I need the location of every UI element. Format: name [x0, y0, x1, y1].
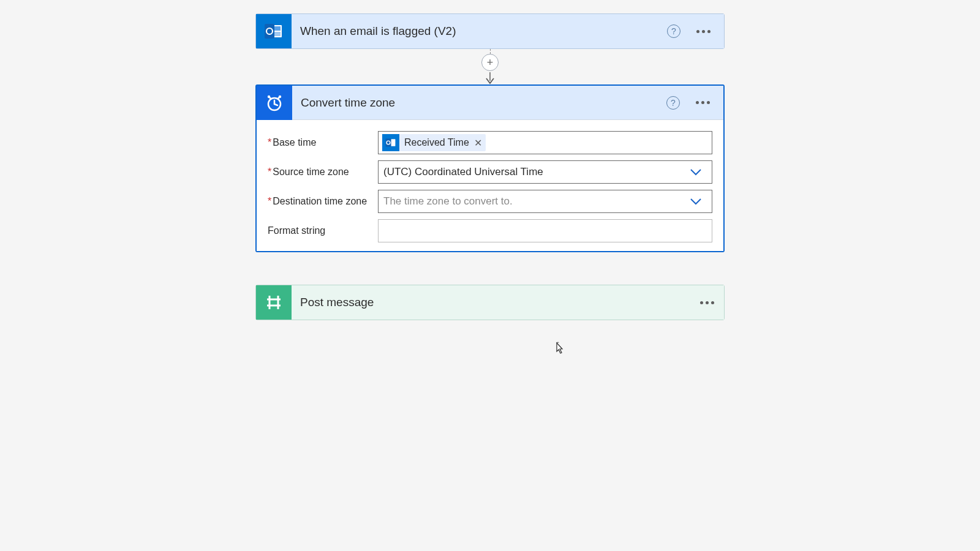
- base-time-input[interactable]: Received Time ✕: [378, 131, 712, 154]
- more-icon[interactable]: [694, 28, 713, 36]
- svg-point-10: [279, 95, 281, 97]
- more-icon[interactable]: [698, 299, 717, 307]
- chevron-down-icon[interactable]: [685, 198, 707, 205]
- format-label: Format string: [268, 219, 378, 236]
- slack-header[interactable]: Post message: [256, 285, 724, 320]
- dynamic-token[interactable]: Received Time ✕: [382, 134, 486, 151]
- svg-point-9: [268, 95, 270, 97]
- trigger-card[interactable]: When an email is flagged (V2) ?: [255, 13, 725, 49]
- outlook-icon: [256, 14, 292, 48]
- slack-title: Post message: [292, 296, 698, 309]
- trigger-title: When an email is flagged (V2): [292, 24, 667, 38]
- action-header[interactable]: Convert time zone ?: [257, 86, 723, 120]
- format-select[interactable]: [378, 219, 712, 242]
- field-source-tz: *Source time zone (UTC) Coordinated Univ…: [268, 160, 712, 184]
- arrow-down-icon: [484, 72, 496, 84]
- field-base-time: *Base time Received Time: [268, 131, 712, 154]
- action-body: *Base time Received Time: [257, 120, 723, 251]
- field-dest-tz: *Destination time zone The time zone to …: [268, 190, 712, 213]
- dest-tz-select[interactable]: The time zone to convert to.: [378, 190, 712, 213]
- svg-line-8: [274, 104, 277, 105]
- trigger-header[interactable]: When an email is flagged (V2) ?: [256, 14, 724, 48]
- remove-token-icon[interactable]: ✕: [474, 137, 482, 149]
- help-icon[interactable]: ?: [666, 96, 680, 110]
- slack-icon: [256, 285, 292, 320]
- clock-icon: [257, 86, 292, 120]
- chevron-down-icon[interactable]: [685, 168, 707, 176]
- dest-tz-placeholder: The time zone to convert to.: [383, 195, 685, 208]
- help-icon[interactable]: ?: [667, 24, 680, 38]
- flow-canvas: When an email is flagged (V2) ? +: [0, 0, 980, 551]
- base-time-label: *Base time: [268, 131, 378, 148]
- field-format: Format string: [268, 219, 712, 242]
- more-icon[interactable]: [693, 99, 712, 107]
- action-controls: ?: [666, 96, 723, 110]
- slack-controls: [698, 299, 724, 307]
- source-tz-value: (UTC) Coordinated Universal Time: [383, 166, 685, 178]
- action-title: Convert time zone: [292, 96, 666, 110]
- outlook-icon: [382, 134, 399, 151]
- add-step-button[interactable]: +: [481, 54, 499, 71]
- convert-time-zone-card[interactable]: Convert time zone ? *Base time: [255, 84, 725, 252]
- token-text: Received Time: [404, 137, 469, 148]
- source-tz-label: *Source time zone: [268, 160, 378, 178]
- post-message-card[interactable]: Post message: [255, 285, 725, 320]
- source-tz-select[interactable]: (UTC) Coordinated Universal Time: [378, 160, 712, 184]
- connector: +: [0, 49, 980, 84]
- dest-tz-label: *Destination time zone: [268, 190, 378, 207]
- trigger-controls: ?: [667, 24, 724, 38]
